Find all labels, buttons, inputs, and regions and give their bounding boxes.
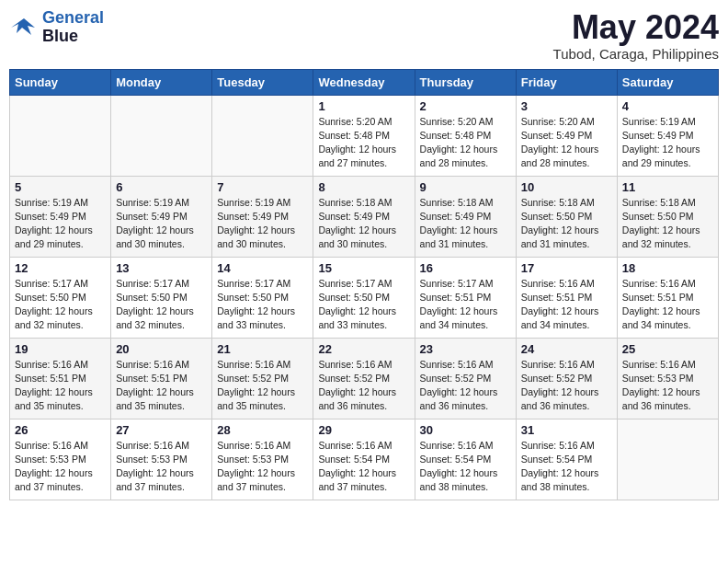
day-number: 20: [116, 342, 207, 356]
calendar-cell: 25Sunrise: 5:16 AM Sunset: 5:53 PM Dayli…: [617, 338, 718, 419]
day-info: Sunrise: 5:17 AM Sunset: 5:50 PM Dayligh…: [217, 277, 308, 333]
day-number: 14: [217, 261, 308, 275]
day-info: Sunrise: 5:16 AM Sunset: 5:53 PM Dayligh…: [217, 439, 308, 495]
logo-text: GeneralBlue: [42, 9, 104, 46]
calendar-cell: 27Sunrise: 5:16 AM Sunset: 5:53 PM Dayli…: [111, 419, 212, 500]
weekday-header-saturday: Saturday: [617, 69, 718, 95]
calendar-cell: 30Sunrise: 5:16 AM Sunset: 5:54 PM Dayli…: [415, 419, 516, 500]
day-info: Sunrise: 5:17 AM Sunset: 5:51 PM Dayligh…: [420, 277, 511, 333]
weekday-header-tuesday: Tuesday: [212, 69, 313, 95]
day-number: 17: [521, 261, 612, 275]
logo-icon: [9, 15, 39, 40]
day-number: 16: [420, 261, 511, 275]
day-info: Sunrise: 5:19 AM Sunset: 5:49 PM Dayligh…: [622, 115, 713, 171]
calendar-week-3: 12Sunrise: 5:17 AM Sunset: 5:50 PM Dayli…: [10, 257, 719, 338]
calendar-week-2: 5Sunrise: 5:19 AM Sunset: 5:49 PM Daylig…: [10, 176, 719, 257]
day-number: 24: [521, 342, 612, 356]
day-number: 21: [217, 342, 308, 356]
day-info: Sunrise: 5:17 AM Sunset: 5:50 PM Dayligh…: [116, 277, 207, 333]
title-block: May 2024 Tubod, Caraga, Philippines: [553, 9, 719, 62]
day-info: Sunrise: 5:19 AM Sunset: 5:49 PM Dayligh…: [116, 196, 207, 252]
day-info: Sunrise: 5:18 AM Sunset: 5:49 PM Dayligh…: [318, 196, 409, 252]
day-number: 18: [622, 261, 713, 275]
day-number: 15: [318, 261, 409, 275]
day-number: 13: [116, 261, 207, 275]
day-info: Sunrise: 5:18 AM Sunset: 5:49 PM Dayligh…: [420, 196, 511, 252]
calendar-table: SundayMondayTuesdayWednesdayThursdayFrid…: [9, 69, 719, 500]
day-info: Sunrise: 5:16 AM Sunset: 5:53 PM Dayligh…: [116, 439, 207, 495]
day-info: Sunrise: 5:20 AM Sunset: 5:48 PM Dayligh…: [420, 115, 511, 171]
calendar-cell: [10, 95, 111, 176]
calendar-header: GeneralBlue May 2024 Tubod, Caraga, Phil…: [9, 9, 719, 62]
calendar-cell: 10Sunrise: 5:18 AM Sunset: 5:50 PM Dayli…: [516, 176, 617, 257]
day-number: 5: [15, 180, 106, 194]
day-number: 3: [521, 99, 612, 113]
calendar-title: May 2024: [553, 9, 719, 46]
calendar-cell: 16Sunrise: 5:17 AM Sunset: 5:51 PM Dayli…: [415, 257, 516, 338]
calendar-cell: [111, 95, 212, 176]
calendar-cell: 29Sunrise: 5:16 AM Sunset: 5:54 PM Dayli…: [313, 419, 415, 500]
day-info: Sunrise: 5:19 AM Sunset: 5:49 PM Dayligh…: [15, 196, 106, 252]
weekday-header-sunday: Sunday: [10, 69, 111, 95]
calendar-cell: 28Sunrise: 5:16 AM Sunset: 5:53 PM Dayli…: [212, 419, 313, 500]
day-info: Sunrise: 5:16 AM Sunset: 5:54 PM Dayligh…: [521, 439, 612, 495]
day-info: Sunrise: 5:16 AM Sunset: 5:54 PM Dayligh…: [420, 439, 511, 495]
calendar-cell: 20Sunrise: 5:16 AM Sunset: 5:51 PM Dayli…: [111, 338, 212, 419]
day-number: 11: [622, 180, 713, 194]
day-number: 27: [116, 423, 207, 437]
day-info: Sunrise: 5:16 AM Sunset: 5:51 PM Dayligh…: [622, 277, 713, 333]
calendar-cell: 2Sunrise: 5:20 AM Sunset: 5:48 PM Daylig…: [415, 95, 516, 176]
calendar-cell: 12Sunrise: 5:17 AM Sunset: 5:50 PM Dayli…: [10, 257, 111, 338]
calendar-cell: 15Sunrise: 5:17 AM Sunset: 5:50 PM Dayli…: [313, 257, 415, 338]
weekday-header-thursday: Thursday: [415, 69, 516, 95]
calendar-week-5: 26Sunrise: 5:16 AM Sunset: 5:53 PM Dayli…: [10, 419, 719, 500]
day-number: 26: [15, 423, 106, 437]
day-info: Sunrise: 5:16 AM Sunset: 5:52 PM Dayligh…: [217, 358, 308, 414]
day-number: 6: [116, 180, 207, 194]
calendar-cell: 14Sunrise: 5:17 AM Sunset: 5:50 PM Dayli…: [212, 257, 313, 338]
calendar-cell: 21Sunrise: 5:16 AM Sunset: 5:52 PM Dayli…: [212, 338, 313, 419]
day-number: 1: [318, 99, 409, 113]
weekday-header-monday: Monday: [111, 69, 212, 95]
day-number: 25: [622, 342, 713, 356]
weekday-header-wednesday: Wednesday: [313, 69, 415, 95]
calendar-cell: 24Sunrise: 5:16 AM Sunset: 5:52 PM Dayli…: [516, 338, 617, 419]
calendar-cell: 1Sunrise: 5:20 AM Sunset: 5:48 PM Daylig…: [313, 95, 415, 176]
day-info: Sunrise: 5:17 AM Sunset: 5:50 PM Dayligh…: [15, 277, 106, 333]
day-info: Sunrise: 5:18 AM Sunset: 5:50 PM Dayligh…: [622, 196, 713, 252]
calendar-cell: 13Sunrise: 5:17 AM Sunset: 5:50 PM Dayli…: [111, 257, 212, 338]
day-info: Sunrise: 5:17 AM Sunset: 5:50 PM Dayligh…: [318, 277, 409, 333]
calendar-cell: 18Sunrise: 5:16 AM Sunset: 5:51 PM Dayli…: [617, 257, 718, 338]
calendar-cell: 22Sunrise: 5:16 AM Sunset: 5:52 PM Dayli…: [313, 338, 415, 419]
day-number: 31: [521, 423, 612, 437]
calendar-cell: 5Sunrise: 5:19 AM Sunset: 5:49 PM Daylig…: [10, 176, 111, 257]
day-number: 29: [318, 423, 409, 437]
calendar-cell: 26Sunrise: 5:16 AM Sunset: 5:53 PM Dayli…: [10, 419, 111, 500]
day-info: Sunrise: 5:16 AM Sunset: 5:51 PM Dayligh…: [521, 277, 612, 333]
calendar-cell: 23Sunrise: 5:16 AM Sunset: 5:52 PM Dayli…: [415, 338, 516, 419]
day-info: Sunrise: 5:20 AM Sunset: 5:48 PM Dayligh…: [318, 115, 409, 171]
day-number: 8: [318, 180, 409, 194]
weekday-header-friday: Friday: [516, 69, 617, 95]
day-info: Sunrise: 5:16 AM Sunset: 5:53 PM Dayligh…: [622, 358, 713, 414]
day-info: Sunrise: 5:16 AM Sunset: 5:54 PM Dayligh…: [318, 439, 409, 495]
day-info: Sunrise: 5:16 AM Sunset: 5:52 PM Dayligh…: [318, 358, 409, 414]
day-info: Sunrise: 5:19 AM Sunset: 5:49 PM Dayligh…: [217, 196, 308, 252]
day-info: Sunrise: 5:16 AM Sunset: 5:52 PM Dayligh…: [521, 358, 612, 414]
calendar-cell: 31Sunrise: 5:16 AM Sunset: 5:54 PM Dayli…: [516, 419, 617, 500]
day-number: 7: [217, 180, 308, 194]
day-number: 19: [15, 342, 106, 356]
calendar-cell: 7Sunrise: 5:19 AM Sunset: 5:49 PM Daylig…: [212, 176, 313, 257]
calendar-cell: 6Sunrise: 5:19 AM Sunset: 5:49 PM Daylig…: [111, 176, 212, 257]
calendar-subtitle: Tubod, Caraga, Philippines: [553, 46, 719, 62]
day-number: 28: [217, 423, 308, 437]
calendar-cell: 8Sunrise: 5:18 AM Sunset: 5:49 PM Daylig…: [313, 176, 415, 257]
calendar-cell: [212, 95, 313, 176]
day-info: Sunrise: 5:16 AM Sunset: 5:52 PM Dayligh…: [420, 358, 511, 414]
day-info: Sunrise: 5:16 AM Sunset: 5:51 PM Dayligh…: [116, 358, 207, 414]
day-number: 10: [521, 180, 612, 194]
day-number: 30: [420, 423, 511, 437]
day-info: Sunrise: 5:20 AM Sunset: 5:49 PM Dayligh…: [521, 115, 612, 171]
calendar-cell: [617, 419, 718, 500]
day-info: Sunrise: 5:16 AM Sunset: 5:51 PM Dayligh…: [15, 358, 106, 414]
